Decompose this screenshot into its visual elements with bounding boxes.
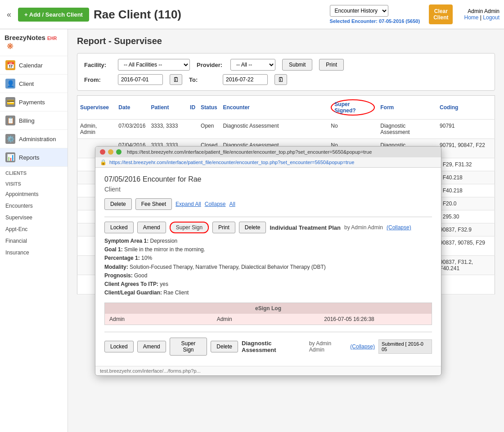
clear-client-button[interactable]: Clear Client <box>429 4 453 24</box>
note1-delete-button[interactable]: Delete <box>239 222 266 233</box>
top-bar: « + Add / Search Client Rae Client (110)… <box>0 0 504 29</box>
sidebar-link-appointments[interactable]: Appointments <box>0 188 68 200</box>
sidebar-link-supervisee[interactable]: Supervisee <box>0 212 68 223</box>
admin-name: Admin Admin <box>464 8 500 14</box>
popup-fee-sheet-button[interactable]: Fee Sheet <box>135 198 172 210</box>
client-title: Rae Client (110) <box>94 8 181 22</box>
logout-link[interactable]: Logout <box>483 14 500 21</box>
table-cell-0-3 <box>187 120 198 139</box>
esign-log-header: eSign Log <box>105 303 432 314</box>
popup-close-dot[interactable] <box>100 149 105 155</box>
note2-delete-button[interactable]: Delete <box>211 341 238 352</box>
esign-date: 2016-07-05 16:26:38 <box>324 316 427 322</box>
popup-url-bar: 🔒 https://test.breezyehr.com/interface/p… <box>95 157 441 168</box>
esign-last-name: Admin <box>217 316 320 322</box>
from-calendar-button[interactable]: 🗓 <box>170 74 182 85</box>
note2-collapse-link[interactable]: (Collapse) <box>350 343 375 350</box>
provider-dropdown[interactable]: -- All -- <box>230 59 275 71</box>
note-header-row-1: Locked Amend Super Sign Print Delete Ind… <box>104 222 432 233</box>
popup-divider-2 <box>104 332 432 332</box>
popup-overlay: https://test.breezyehr.com/interface/pat… <box>95 146 441 376</box>
popup-collapse-button[interactable]: Collapse <box>205 201 226 207</box>
sidebar-item-calendar[interactable]: 📅 Calendar <box>0 56 68 75</box>
note1-title: Individual Treatment Plan <box>270 224 340 231</box>
popup-minimize-dot[interactable] <box>108 149 113 155</box>
from-date-input[interactable] <box>118 74 163 85</box>
note1-locked-button[interactable]: Locked <box>104 222 134 233</box>
page-title: Report - Supervisee <box>77 36 495 46</box>
col-date: Date <box>116 96 148 120</box>
sidebar-item-administration[interactable]: ⚙️ Administration <box>0 130 68 148</box>
encounter-history-dropdown[interactable]: Encounter History <box>330 5 388 17</box>
sidebar-link-financial[interactable]: Financial <box>0 235 68 247</box>
col-id: ID <box>187 96 198 120</box>
note2-super-sign-button[interactable]: Super Sign <box>170 338 207 356</box>
super-signed-highlight: Super Signed? <box>331 99 375 116</box>
col-status: Status <box>198 96 220 120</box>
sidebar-item-reports[interactable]: 📊 Reports <box>0 148 68 167</box>
col-form: Form <box>378 96 437 120</box>
table-cell-0-5: Diagnostic Assessment <box>220 120 328 139</box>
add-search-button[interactable]: + Add / Search Client <box>18 8 89 22</box>
col-encounter: Encounter <box>220 96 328 120</box>
sidebar-link-appt-enc[interactable]: Appt-Enc <box>0 223 68 235</box>
home-link[interactable]: Home <box>464 14 478 21</box>
table-cell-0-2: 3333, 3333 <box>148 120 187 139</box>
filter-row-1: Facility: -- All Facilities -- Provider:… <box>84 59 488 71</box>
table-cell-0-8: 90791 <box>437 120 495 139</box>
sidebar-item-billing[interactable]: 📋 Billing <box>0 111 68 130</box>
popup-client-name: Client <box>104 186 432 193</box>
to-date-input[interactable] <box>223 74 268 85</box>
note2-amend-button[interactable]: Amend <box>137 341 166 352</box>
secure-icon: 🔒 <box>100 159 107 165</box>
note-section-2: Locked Amend Super Sign Delete Diagnosti… <box>104 338 432 356</box>
to-calendar-button[interactable]: 🗓 <box>274 74 287 85</box>
popup-expand-all-button[interactable]: Expand All <box>176 201 201 207</box>
note1-super-sign-button[interactable]: Super Sign <box>170 222 209 233</box>
selected-encounter-label: Selected Encounter: 07-05-2016 (5650) <box>330 18 420 24</box>
table-cell-0-1: 07/03/2016 <box>116 120 148 139</box>
note2-locked-button[interactable]: Locked <box>104 341 134 352</box>
table-cell-0-6: No <box>328 120 378 139</box>
logo-area: BreezyNotes EHR ❋ <box>0 29 68 56</box>
sidebar-section-clients: Clients <box>0 167 68 178</box>
note1-amend-button[interactable]: Amend <box>137 222 166 233</box>
table-cell-6-8: , 295.30 <box>437 210 495 223</box>
table-cell-9-8: 90837, F31.2, F40.241 <box>437 256 495 275</box>
note1-print-button[interactable]: Print <box>212 222 235 233</box>
sidebar-section-visits: Visits <box>0 178 68 188</box>
sidebar-link-encounters[interactable]: Encounters <box>0 200 68 212</box>
esign-first-name: Admin <box>109 316 212 322</box>
main-content: Report - Supervisee Facility: -- All Fac… <box>68 29 504 432</box>
reports-icon: 📊 <box>5 152 15 162</box>
popup-body: 07/05/2016 Encounter for Rae Client Dele… <box>95 168 441 366</box>
facility-dropdown[interactable]: -- All Facilities -- <box>118 59 190 71</box>
esign-log-row: Admin Admin 2016-07-05 16:26:38 <box>105 314 432 325</box>
main-layout: BreezyNotes EHR ❋ 📅 Calendar 👤 Client 💳 … <box>0 29 504 432</box>
popup-status-bar: test.breezyehr.com/interface/.../forms.p… <box>95 366 441 375</box>
payments-icon: 💳 <box>5 97 15 107</box>
sidebar-item-client[interactable]: 👤 Client <box>0 75 68 93</box>
logo-icon: ❋ <box>7 42 14 51</box>
billing-icon: 📋 <box>5 116 15 125</box>
sidebar-link-insurance[interactable]: Insurance <box>0 247 68 258</box>
client-icon: 👤 <box>5 79 15 89</box>
sidebar-item-payments[interactable]: 💳 Payments <box>0 93 68 111</box>
popup-divider-1 <box>104 217 432 217</box>
note1-collapse-link[interactable]: (Collapse) <box>387 224 411 231</box>
submit-button[interactable]: Submit <box>282 59 312 71</box>
table-cell-3-8: , F40.218 <box>437 171 495 184</box>
table-cell-0-0: Admin, Admin <box>77 120 116 139</box>
submitted-label: Submitted [ 2016-0 05 <box>378 339 432 354</box>
popup-delete-button[interactable]: Delete <box>104 198 132 210</box>
sidebar-toggle-button[interactable]: « <box>4 10 14 19</box>
popup-collapse-all-button[interactable]: All <box>229 201 235 207</box>
calendar-icon: 📅 <box>5 60 15 70</box>
table-cell-0-7: Diagnostic Assessment <box>378 120 437 139</box>
sidebar: BreezyNotes EHR ❋ 📅 Calendar 👤 Client 💳 … <box>0 29 68 432</box>
table-cell-5-8: , F20.0 <box>437 197 495 210</box>
popup-maximize-dot[interactable] <box>116 149 122 155</box>
esign-log: eSign Log Admin Admin 2016-07-05 16:26:3… <box>104 303 432 325</box>
popup-action-row: Delete Fee Sheet Expand All Collapse All <box>104 198 432 210</box>
print-button[interactable]: Print <box>319 59 344 71</box>
